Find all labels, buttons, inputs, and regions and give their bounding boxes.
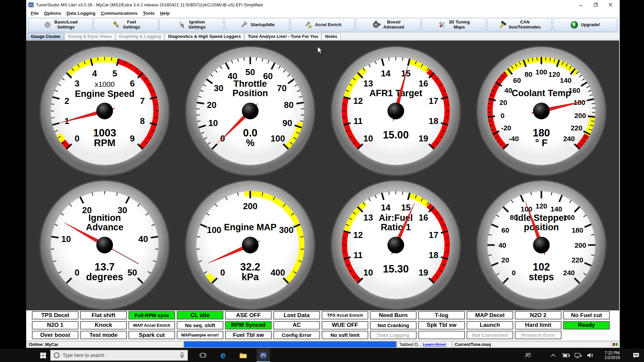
menu-item-tools[interactable]: Tools <box>140 10 157 16</box>
svg-text:x1000: x1000 <box>95 80 115 88</box>
svg-text:20: 20 <box>499 99 507 106</box>
indicator-not-connected: Not Connected <box>467 331 513 339</box>
svg-text:140: 140 <box>560 76 572 84</box>
indicator-full-rpm-sync: Full-RPM sync <box>128 311 175 319</box>
svg-text:11: 11 <box>354 116 363 126</box>
svg-text:200: 200 <box>575 241 586 249</box>
svg-text:steps: steps <box>529 272 554 282</box>
edge-icon[interactable]: e <box>216 349 230 362</box>
toolbar-button-can-bus-testmodes[interactable]: CAN bus/Testmodes <box>487 18 551 32</box>
indicator-t-log: T-log <box>418 311 465 319</box>
menu-item-options[interactable]: Options <box>41 10 64 16</box>
svg-text:60: 60 <box>513 76 521 84</box>
taskbar-clock[interactable]: 7:22 PM 1/2/2019 <box>598 349 626 362</box>
file-explorer-icon[interactable] <box>236 349 250 362</box>
svg-text:15.00: 15.00 <box>383 129 409 141</box>
svg-text:10: 10 <box>61 234 71 244</box>
gauge-idle-stepper-position[interactable]: 020406080100120140160180200220240Idle St… <box>475 178 608 312</box>
toolbar-button-startup-idle[interactable]: Startup/Idle <box>225 18 289 32</box>
restore-button[interactable] <box>588 0 603 9</box>
svg-text:200: 200 <box>574 112 586 119</box>
svg-text:240: 240 <box>563 269 575 277</box>
taskbar: e <box>0 349 644 362</box>
indicator-n2o-1: N2O 1 <box>32 321 78 329</box>
taskbar-search-box[interactable] <box>50 350 188 361</box>
svg-text:18: 18 <box>429 116 438 126</box>
menu-item-data-logging[interactable]: Data Logging <box>64 10 98 16</box>
toolbar-button-fuel-settings[interactable]: Fuel Settings <box>94 18 158 32</box>
close-button[interactable] <box>603 0 618 9</box>
svg-text:30: 30 <box>214 83 223 93</box>
gauge-ignition-advance[interactable]: 01020304050IgnitionAdvance13.7degrees <box>38 178 171 312</box>
learn-more-link[interactable]: Learn More! <box>423 342 446 347</box>
svg-text:8: 8 <box>140 116 145 126</box>
indicator-spark-cut: Spark cut <box>128 331 175 339</box>
toolbar-button-3d-tuning-maps[interactable]: 3D Tuning Maps <box>422 18 486 32</box>
toolbar-button-accel-enrich[interactable]: Accel Enrich <box>290 18 355 32</box>
rx-led <box>613 343 615 346</box>
toolbar-button-boost-advanced[interactable]: Boost/ Advanced <box>356 18 420 32</box>
svg-text:40: 40 <box>498 241 506 249</box>
tab-bar: Gauge ClusterTuning & Dyno ViewsGraphing… <box>26 33 619 40</box>
toolbar-button-ignition-settings[interactable]: Ignition Settings <box>159 18 224 32</box>
network-icon[interactable] <box>572 349 584 362</box>
menu-bar: FileOptionsData LoggingCommunicationsToo… <box>26 9 619 17</box>
indicator-grid: TPS DecelFlat shiftFull-RPM syncCL idleA… <box>32 311 610 340</box>
svg-text:0: 0 <box>220 268 225 277</box>
tab-diagnostics-high-speed-loggers[interactable]: Diagnostics & High Speed Loggers <box>165 33 244 40</box>
svg-text:100: 100 <box>536 68 547 76</box>
indicator-lost-data: Lost Data <box>273 311 320 319</box>
wrench-gear-icon <box>304 20 313 29</box>
menu-item-communications[interactable]: Communications <box>98 10 141 16</box>
start-button[interactable] <box>36 349 50 362</box>
indicator-no-fuel-cut: No Fuel cut <box>563 311 610 319</box>
gauge-engine-speed[interactable]: 0123456789x1000Engine Speed1003RPM <box>38 44 171 178</box>
tab-graphing-logging[interactable]: Graphing & Logging <box>116 33 165 40</box>
toolbar-button-upgrade[interactable]: Upgrade! <box>553 18 617 32</box>
svg-text:140: 140 <box>550 205 562 213</box>
menu-item-help[interactable]: Help <box>157 10 172 16</box>
comm-led-indicators <box>612 341 619 348</box>
toolbar-button-basic-load-settings[interactable]: Basic/Load Settings <box>28 18 93 32</box>
task-view-button[interactable] <box>196 349 210 362</box>
gauge-afr1-target[interactable]: 10111213141516171819AFR1 Target15.00 <box>329 44 463 178</box>
svg-text:16: 16 <box>419 213 428 222</box>
menu-item-file[interactable]: File <box>28 10 41 16</box>
svg-text:0: 0 <box>74 134 79 143</box>
indicator-data-logging: Data Logging <box>370 331 417 339</box>
svg-text:120: 120 <box>548 70 560 78</box>
indicator-tps-accel-enrich: TPS Accel Enrich <box>322 311 368 319</box>
svg-text:Engine Speed: Engine Speed <box>75 89 135 99</box>
minimize-button[interactable] <box>574 0 588 9</box>
tunerstudio-taskbar-icon[interactable] <box>257 349 270 362</box>
svg-text:13.7: 13.7 <box>95 261 115 273</box>
gauge-throttle-position[interactable]: 0102030405060708090100ThrottlePosition0.… <box>183 44 317 178</box>
tab-tune-analyze-live-tune-for-you[interactable]: Tune Analyze Live! - Tune For You <box>245 33 321 40</box>
status-bar: Online: MyCar Tabbed D... Learn More! Cu… <box>26 341 619 348</box>
tray-expand-chevron-icon[interactable] <box>548 349 558 362</box>
svg-text:10: 10 <box>363 134 373 143</box>
tab-gauge-cluster[interactable]: Gauge Cluster <box>28 33 64 40</box>
tab-notes[interactable]: Notes <box>322 33 340 40</box>
indicator-fuel-tbl-sw: Fuel Tbl sw <box>225 331 272 339</box>
indicator-ase-off: ASE OFF <box>225 311 272 319</box>
gauge-coolant-temp[interactable]: -40-20020406080100120140160180200220240C… <box>475 44 608 178</box>
volume-icon[interactable] <box>584 349 596 362</box>
connection-status: Online: MyCar <box>27 341 183 348</box>
svg-text:2: 2 <box>64 96 69 106</box>
svg-text:13: 13 <box>363 213 373 222</box>
gauge-air-fuel-ratio-1[interactable]: 10111213141516171819Air:FuelRatio 115.30 <box>329 178 463 312</box>
indicator-ready: Ready <box>563 321 610 329</box>
people-icon[interactable] <box>522 349 534 362</box>
battery-icon[interactable] <box>560 349 572 362</box>
svg-text:13: 13 <box>363 79 373 88</box>
svg-text:400: 400 <box>271 268 285 277</box>
action-center-icon[interactable] <box>629 349 643 362</box>
gauge-engine-map[interactable]: 0100200300400Engine MAP32.2kPa <box>183 178 317 312</box>
tab-tuning-dyno-views[interactable]: Tuning & Dyno Views <box>64 33 115 40</box>
indicator-test-mode: Test mode <box>80 331 127 339</box>
gauge-svg-ignition-advance: 01020304050IgnitionAdvance13.7degrees <box>38 178 171 312</box>
app-window: TunerStudio MS Lite! v3.0.28 - MyCar (MS… <box>26 0 620 348</box>
indicator-launch: Launch <box>467 321 513 329</box>
search-input[interactable] <box>63 353 177 358</box>
